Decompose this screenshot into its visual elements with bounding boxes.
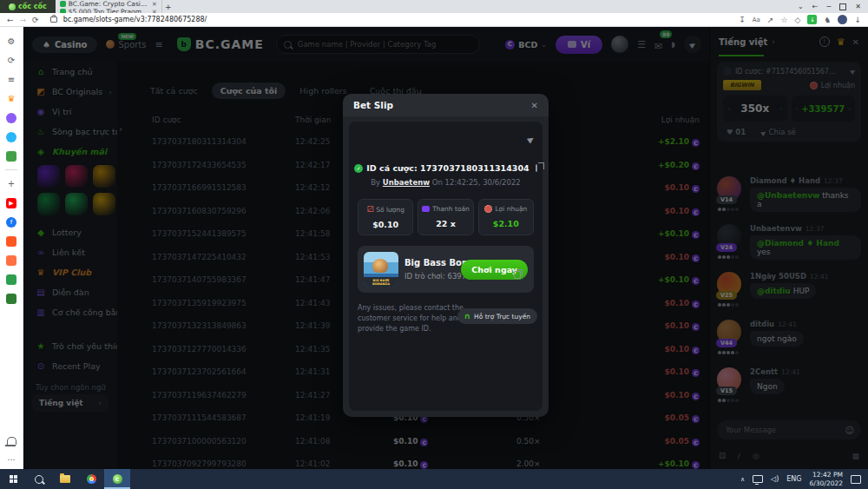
youtube-icon[interactable]: ▶ bbox=[6, 197, 17, 208]
action-center-icon[interactable] bbox=[851, 475, 861, 484]
reading-list-icon[interactable]: ≡ bbox=[6, 74, 17, 85]
sidebar-item-bc-originals[interactable]: ◩BC Originals› bbox=[23, 82, 117, 102]
refresh-button[interactable]: ⟳ bbox=[32, 16, 39, 24]
betlist-icon[interactable]: ☰ bbox=[637, 39, 646, 50]
pinned-win-card[interactable]: ID cược: #7157456051567... ▶ BIGWIN Lợi … bbox=[717, 62, 861, 142]
username[interactable]: ditdiu bbox=[750, 320, 774, 328]
extension-icon[interactable]: ♞ bbox=[824, 16, 831, 24]
casino-toggle[interactable]: ♠ Casino bbox=[32, 36, 97, 53]
currency-selector[interactable]: C BCD ⌄ bbox=[505, 40, 547, 50]
coccoc-taskbar-button[interactable]: c bbox=[104, 469, 130, 489]
close-button[interactable]: ✕ bbox=[855, 3, 861, 10]
like-button[interactable]: ♥ 01 bbox=[727, 128, 746, 136]
share-arrow-icon[interactable]: ▶ bbox=[849, 67, 857, 76]
beetle-promo[interactable] bbox=[37, 193, 60, 215]
piggy-promo[interactable] bbox=[93, 165, 115, 188]
bet-tab[interactable]: Tất cả cược bbox=[141, 83, 207, 99]
bettor-username[interactable]: Unbaetenw bbox=[383, 178, 430, 187]
messenger-icon[interactable] bbox=[6, 112, 17, 123]
chat-toggle-button[interactable]: ▶ bbox=[684, 36, 701, 53]
chat-input-box[interactable]: ☺ bbox=[717, 420, 861, 439]
language-selector[interactable]: Tiếng việt› bbox=[32, 394, 108, 412]
taskbar-clock[interactable]: 12:42 PM 6/30/2022 bbox=[810, 471, 843, 488]
tab-close-icon[interactable]: ✕ bbox=[152, 1, 157, 8]
bookmark-star-icon[interactable]: ☆ bbox=[780, 16, 787, 24]
education-icon[interactable] bbox=[6, 293, 17, 304]
sidebar-item-affiliate[interactable]: ∞Liên kết bbox=[23, 242, 117, 262]
sidebar-item-recent-play[interactable]: ⊙Recent Play bbox=[23, 356, 117, 376]
live-support-button[interactable]: ∩ Hỗ trợ Trực tuyến bbox=[457, 308, 537, 324]
sidebar-item-positions[interactable]: ◉Vị trí bbox=[23, 102, 117, 122]
tab-search-icon[interactable]: ⌄ bbox=[798, 3, 804, 10]
lucky-spin-promo[interactable] bbox=[37, 165, 60, 188]
bcgame-logo[interactable]: b BC.GAME bbox=[177, 37, 264, 51]
url-field[interactable]: bc.game/slots-game/v3:7782480675288/ bbox=[63, 16, 207, 23]
save-page-icon[interactable]: ↧ bbox=[739, 16, 746, 24]
chick-promo[interactable] bbox=[93, 193, 115, 215]
profile-avatar[interactable] bbox=[838, 15, 847, 24]
emoji-smiley-icon[interactable]: ☺ bbox=[845, 426, 854, 435]
sheet-icon[interactable] bbox=[6, 274, 17, 285]
rain-icon[interactable]: ∕ bbox=[738, 452, 740, 460]
taskbar-search-button[interactable] bbox=[26, 469, 52, 489]
username[interactable]: Unbaetenvw bbox=[750, 224, 802, 233]
menu-icon[interactable]: ≡ bbox=[155, 39, 163, 50]
pin-sidebar-icon[interactable]: ← bbox=[812, 3, 819, 10]
sports-toggle[interactable]: NEW Sports bbox=[106, 40, 146, 50]
back-button[interactable]: ← bbox=[7, 16, 14, 24]
tray-expand-icon[interactable]: ∧ bbox=[740, 476, 745, 483]
notifications-bell-icon[interactable]: ◗ bbox=[671, 40, 675, 49]
share-bet-icon[interactable]: ▶ bbox=[526, 134, 536, 144]
sidebar-item-forum[interactable]: ▤Diễn đàn bbox=[23, 282, 117, 302]
sidebar-item-promotions[interactable]: ◈Khuyến mãi bbox=[23, 142, 117, 162]
music-app-icon[interactable] bbox=[6, 131, 17, 142]
more-options-icon[interactable]: ⋯ bbox=[8, 455, 16, 464]
restore-button[interactable] bbox=[839, 3, 846, 10]
history-icon[interactable]: ⟳ bbox=[6, 55, 17, 66]
start-button[interactable] bbox=[0, 469, 26, 489]
sidebar-item-home[interactable]: ⌂Trang chủ bbox=[23, 62, 117, 82]
settings-icon[interactable]: ⚙ bbox=[6, 36, 17, 47]
browser-bell-icon[interactable] bbox=[7, 437, 16, 445]
bet-tab[interactable]: Cược của tôi bbox=[212, 83, 286, 99]
cart-icon[interactable] bbox=[6, 254, 17, 266]
chrome-button[interactable] bbox=[78, 469, 104, 489]
user-mention[interactable]: @ditdiu bbox=[757, 287, 791, 295]
sidebar-item-fairness[interactable]: ▥Cơ chế công bằng bbox=[23, 302, 117, 322]
new-tab-button[interactable]: + bbox=[162, 0, 174, 13]
browser-tab[interactable]: BC.Game: Crypto Casino Gan✕ bbox=[56, 0, 162, 8]
username[interactable]: 2Centt bbox=[750, 367, 778, 376]
chat-close-icon[interactable]: ✕ bbox=[852, 37, 859, 47]
sidebar-item-live-casino[interactable]: ♨Sòng bạc trực tuyến bbox=[23, 122, 117, 142]
coin-flip-icon[interactable]: ◎ bbox=[753, 452, 760, 460]
table-row[interactable]: 173703710000056312012:41:08$0.10C0.50×$0… bbox=[117, 431, 710, 454]
crown-icon[interactable]: ♛ bbox=[6, 93, 17, 104]
download-manager-icon[interactable]: ↓ bbox=[807, 15, 817, 24]
search-input[interactable] bbox=[296, 39, 472, 50]
game-thumbnail[interactable]: BIG BASS BONANZA bbox=[364, 252, 398, 287]
username[interactable]: Diamond ♦ Hand bbox=[750, 176, 820, 185]
language-indicator[interactable]: ENG bbox=[786, 475, 801, 483]
downloads-tray-icon[interactable]: ↓ bbox=[854, 16, 861, 24]
modal-close-icon[interactable]: ✕ bbox=[531, 101, 538, 110]
copy-icon[interactable] bbox=[536, 164, 537, 172]
wheel-promo[interactable] bbox=[65, 165, 88, 188]
volume-icon[interactable]: ◁) bbox=[771, 475, 779, 483]
translate-icon[interactable]: Aa bbox=[753, 17, 760, 23]
table-row[interactable]: 173703709279979328012:41:02$0.10C2.00×+$… bbox=[117, 453, 710, 469]
sidebar-item-favorite-games[interactable]: ★Trò chơi yêu thích bbox=[23, 336, 117, 356]
games-icon[interactable] bbox=[6, 150, 17, 162]
forward-button[interactable]: → bbox=[20, 16, 27, 24]
chat-room-selector[interactable]: Tiếng việt bbox=[719, 37, 767, 47]
minimize-button[interactable]: ─ bbox=[826, 3, 831, 10]
inbox-button[interactable]: ✉ 99 bbox=[654, 36, 662, 53]
share-icon[interactable]: ↗ bbox=[767, 16, 774, 24]
gif-keyboard-icon[interactable]: ▦ bbox=[852, 452, 859, 460]
cash-promo[interactable] bbox=[65, 193, 88, 215]
username[interactable]: 1Ngày 50USD bbox=[750, 272, 806, 281]
ssl-lock-icon[interactable] bbox=[50, 17, 57, 23]
trophy-icon[interactable]: ♛ bbox=[837, 36, 845, 48]
adblock-shield-icon[interactable]: ◇ bbox=[794, 16, 800, 24]
user-mention[interactable]: @Unbaetenvw bbox=[757, 191, 819, 200]
add-icon[interactable]: + bbox=[6, 178, 17, 189]
